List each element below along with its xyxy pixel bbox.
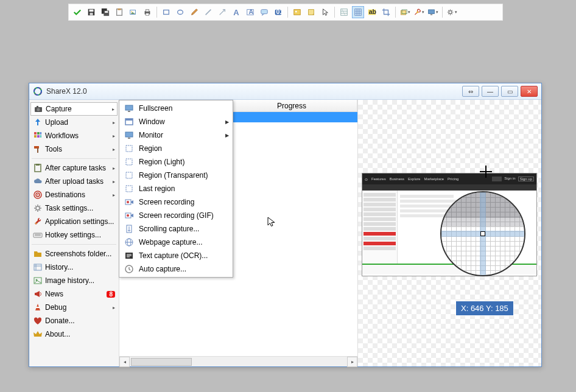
cloud-icon bbox=[33, 177, 43, 186]
sidebar-item-capture[interactable]: Capture▸ bbox=[30, 102, 118, 116]
arrow-icon[interactable] bbox=[216, 6, 228, 18]
tools-dropdown-icon[interactable]: ▾ bbox=[413, 6, 425, 18]
svg-rect-76 bbox=[125, 132, 133, 137]
svg-rect-77 bbox=[128, 138, 130, 139]
check-icon[interactable] bbox=[71, 6, 83, 18]
svg-rect-75 bbox=[125, 119, 133, 121]
sidebar-item-tools[interactable]: Tools▸ bbox=[30, 142, 118, 156]
folder-icon bbox=[33, 249, 43, 259]
submenu-item-region-light[interactable]: Region (Light) bbox=[121, 155, 231, 169]
sidebar-item-upload[interactable]: Upload▸ bbox=[30, 116, 118, 129]
submenu-item-screen-recording[interactable]: Screen recording bbox=[121, 195, 231, 209]
copy-image-icon[interactable] bbox=[127, 6, 139, 18]
sidebar-item-history[interactable]: History... bbox=[30, 261, 118, 274]
grid-icon[interactable] bbox=[352, 6, 364, 18]
horizontal-scrollbar[interactable]: ◂ ▸ bbox=[119, 356, 357, 366]
svg-rect-66 bbox=[34, 264, 41, 270]
pv-nav-item: Marketplace bbox=[424, 177, 444, 181]
svg-rect-72 bbox=[125, 105, 133, 110]
chevron-right-icon: ▶ bbox=[225, 119, 229, 125]
speech-icon[interactable] bbox=[258, 6, 270, 18]
submenu-item-region-transparent[interactable]: Region (Transparent) bbox=[121, 169, 231, 182]
maximize-button[interactable]: ▭ bbox=[501, 86, 518, 97]
submenu-item-screen-recording-gif[interactable]: Screen recording (GIF) bbox=[121, 209, 231, 222]
submenu-item-fullscreen[interactable]: Fullscreen bbox=[121, 102, 231, 115]
submenu-item-window[interactable]: Window▶ bbox=[121, 115, 231, 128]
submenu-label: Webpage capture... bbox=[139, 238, 229, 247]
submenu-item-scrolling-capture[interactable]: Scrolling capture... bbox=[121, 222, 231, 236]
svg-rect-52 bbox=[37, 135, 40, 138]
heart-icon bbox=[33, 316, 43, 326]
separator bbox=[32, 244, 116, 245]
svg-rect-12 bbox=[146, 13, 149, 16]
save-all-icon[interactable] bbox=[99, 6, 111, 18]
layer-icon[interactable]: ▾ bbox=[399, 6, 411, 18]
sidebar-item-image-history[interactable]: Image history... bbox=[30, 274, 118, 287]
sidebar-item-donate[interactable]: Donate... bbox=[30, 314, 118, 327]
line-icon[interactable] bbox=[202, 6, 214, 18]
scroll-thumb[interactable] bbox=[131, 358, 192, 366]
clipboard-icon[interactable] bbox=[113, 6, 125, 18]
sidebar-item-after-capture-tasks[interactable]: After capture tasks▸ bbox=[30, 161, 118, 175]
submenu-item-last-region[interactable]: Last region bbox=[121, 182, 231, 195]
image-icon bbox=[33, 276, 43, 285]
svg-text:A: A bbox=[248, 8, 253, 15]
separator bbox=[156, 7, 157, 18]
region-icon bbox=[123, 157, 135, 167]
monitor-dropdown-icon[interactable]: ▾ bbox=[427, 6, 439, 18]
number-icon[interactable]: 01 bbox=[272, 6, 284, 18]
preview-nav: ⊙ Features Business Explore Marketplace … bbox=[362, 173, 536, 184]
chevron-right-icon: ▸ bbox=[113, 305, 115, 310]
hatch-icon[interactable] bbox=[338, 6, 350, 18]
svg-rect-13 bbox=[164, 10, 169, 15]
minimize-button[interactable]: — bbox=[482, 86, 499, 97]
submenu-item-webpage-capture[interactable]: Webpage capture... bbox=[121, 236, 231, 249]
crop-icon[interactable] bbox=[380, 6, 392, 18]
sidebar-item-destinations[interactable]: Destinations▸ bbox=[30, 188, 118, 201]
scroll-right-icon[interactable]: ▸ bbox=[347, 357, 357, 367]
sidebar-label: Debug bbox=[45, 303, 113, 312]
ellipse-select-icon[interactable] bbox=[174, 6, 186, 18]
sidebar-item-screenshots-folder[interactable]: Screenshots folder... bbox=[30, 247, 118, 261]
pencil-icon[interactable] bbox=[188, 6, 200, 18]
sidebar-label: Donate... bbox=[45, 317, 115, 325]
svg-point-38 bbox=[416, 11, 418, 13]
note-icon[interactable] bbox=[305, 6, 317, 18]
submenu-item-auto-capture[interactable]: Auto capture... bbox=[121, 262, 231, 276]
separator bbox=[287, 7, 288, 18]
sidebar-item-after-upload-tasks[interactable]: After upload tasks▸ bbox=[30, 175, 118, 188]
separator bbox=[334, 7, 335, 18]
sidebar-item-about[interactable]: About... bbox=[30, 327, 118, 341]
submenu-item-region[interactable]: Region bbox=[121, 142, 231, 155]
cursor-tool-icon[interactable] bbox=[319, 6, 331, 18]
print-icon[interactable] bbox=[141, 6, 153, 18]
svg-rect-80 bbox=[126, 172, 132, 178]
image-tool-icon[interactable] bbox=[291, 6, 303, 18]
text-box-icon[interactable]: A bbox=[244, 6, 256, 18]
sidebar-item-task-settings[interactable]: Task settings... bbox=[30, 201, 118, 215]
sidebar-item-workflows[interactable]: Workflows▸ bbox=[30, 129, 118, 142]
sidebar-item-application-settings[interactable]: Application settings... bbox=[30, 215, 118, 228]
svg-point-83 bbox=[127, 201, 129, 203]
sidebar: Capture▸Upload▸Workflows▸Tools▸ After ca… bbox=[29, 100, 119, 366]
settings-gear-icon[interactable]: ▾ bbox=[446, 6, 458, 18]
col-progress[interactable]: Progress bbox=[272, 100, 357, 111]
svg-rect-19 bbox=[261, 10, 268, 14]
nav-button[interactable]: ⇔ bbox=[462, 86, 479, 97]
close-button[interactable]: ✕ bbox=[521, 86, 538, 97]
sidebar-item-news[interactable]: News8 bbox=[30, 287, 118, 301]
sidebar-label: Destinations bbox=[45, 191, 113, 199]
sidebar-item-debug[interactable]: Debug▸ bbox=[30, 301, 118, 314]
svg-rect-49 bbox=[37, 132, 40, 135]
save-icon[interactable] bbox=[85, 6, 97, 18]
svg-rect-40 bbox=[430, 14, 432, 15]
abc-highlight-icon[interactable]: abc bbox=[366, 6, 378, 18]
text-icon[interactable]: A bbox=[230, 6, 242, 18]
titlebar[interactable]: ShareX 12.0 ⇔ — ▭ ✕ bbox=[29, 83, 541, 100]
submenu-item-monitor[interactable]: Monitor▶ bbox=[121, 128, 231, 142]
rect-select-icon[interactable] bbox=[160, 6, 172, 18]
sidebar-item-hotkey-settings[interactable]: Hotkey settings... bbox=[30, 228, 118, 242]
scroll-left-icon[interactable]: ◂ bbox=[119, 357, 130, 367]
submenu-item-text-capture-ocr[interactable]: Text capture (OCR)... bbox=[121, 249, 231, 262]
text-icon bbox=[123, 251, 135, 261]
